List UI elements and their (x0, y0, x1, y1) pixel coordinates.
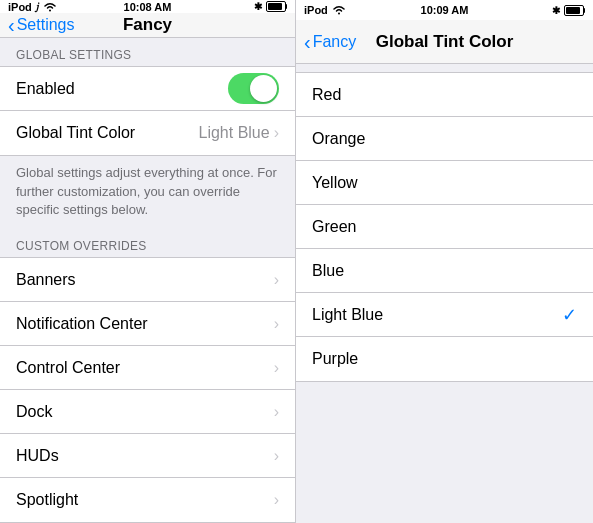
dock-label: Dock (16, 403, 52, 421)
svg-point-1 (338, 13, 340, 15)
custom-overrides-list: Banners › Notification Center › Control … (0, 257, 295, 523)
color-red-label: Red (312, 86, 341, 104)
right-battery-icon (564, 5, 585, 16)
global-tint-color-label: Global Tint Color (16, 124, 135, 142)
banners-chevron-icon: › (274, 271, 279, 289)
global-settings-header: GLOBAL SETTINGS (0, 38, 295, 66)
huds-row[interactable]: HUDs › (0, 434, 295, 478)
global-settings-description: Global settings adjust everything at onc… (0, 156, 295, 229)
dock-chevron-icon: › (274, 403, 279, 421)
color-yellow-row[interactable]: Yellow (296, 161, 593, 205)
global-tint-chevron-icon: › (274, 124, 279, 142)
notification-center-label: Notification Center (16, 315, 148, 333)
color-purple-label: Purple (312, 350, 358, 368)
left-status-bar: iPod 𝑗 10:08 AM ✱ (0, 0, 295, 13)
banners-row[interactable]: Banners › (0, 258, 295, 302)
control-center-row[interactable]: Control Center › (0, 346, 295, 390)
right-back-arrow: ‹ (304, 32, 311, 52)
right-carrier: iPod (304, 4, 328, 16)
notification-center-chevron-icon: › (274, 315, 279, 333)
global-tint-color-value: Light Blue (199, 124, 270, 142)
right-nav-bar: ‹ Fancy Global Tint Color (296, 20, 593, 64)
notification-center-row[interactable]: Notification Center › (0, 302, 295, 346)
enabled-label: Enabled (16, 80, 75, 98)
control-center-label: Control Center (16, 359, 120, 377)
right-status-right: ✱ (552, 5, 585, 16)
global-settings-list: Enabled Global Tint Color Light Blue › (0, 66, 295, 156)
left-back-button[interactable]: ‹ Settings (8, 15, 74, 35)
color-red-row[interactable]: Red (296, 73, 593, 117)
left-status-left: iPod 𝑗 (8, 0, 57, 13)
spotlight-row[interactable]: Spotlight › (0, 478, 295, 522)
color-green-label: Green (312, 218, 356, 236)
right-panel: iPod 10:09 AM ✱ ‹ Fancy Global Tint Colo… (296, 0, 593, 523)
enabled-toggle[interactable] (228, 73, 279, 104)
right-status-bar: iPod 10:09 AM ✱ (296, 0, 593, 20)
left-carrier: iPod (8, 1, 32, 13)
right-nav-title: Global Tint Color (376, 32, 514, 52)
right-back-button[interactable]: ‹ Fancy (304, 32, 356, 52)
control-center-chevron-icon: › (274, 359, 279, 377)
left-back-label: Settings (17, 16, 75, 34)
right-top-space (296, 64, 593, 72)
color-green-row[interactable]: Green (296, 205, 593, 249)
color-orange-row[interactable]: Orange (296, 117, 593, 161)
color-purple-row[interactable]: Purple (296, 337, 593, 381)
huds-chevron-icon: › (274, 447, 279, 465)
color-light-blue-row[interactable]: Light Blue ✓ (296, 293, 593, 337)
right-time: 10:09 AM (421, 4, 469, 16)
spotlight-label: Spotlight (16, 491, 78, 509)
color-orange-label: Orange (312, 130, 365, 148)
left-battery-icon (266, 1, 287, 12)
right-status-left: iPod (304, 4, 346, 16)
left-bluetooth-icon: ✱ (254, 1, 262, 12)
right-bluetooth-icon: ✱ (552, 5, 560, 16)
right-bottom-space (296, 382, 593, 523)
right-wifi-icon (332, 5, 346, 15)
dock-row[interactable]: Dock › (0, 390, 295, 434)
color-list: Red Orange Yellow Green Blue Light Blue … (296, 72, 593, 382)
color-light-blue-label: Light Blue (312, 306, 383, 324)
color-blue-row[interactable]: Blue (296, 249, 593, 293)
global-tint-color-value-group: Light Blue › (199, 124, 280, 142)
global-tint-color-row[interactable]: Global Tint Color Light Blue › (0, 111, 295, 155)
color-blue-label: Blue (312, 262, 344, 280)
left-nav-title: Fancy (123, 15, 172, 35)
left-panel: iPod 𝑗 10:08 AM ✱ ‹ (0, 0, 296, 523)
banners-label: Banners (16, 271, 76, 289)
left-nav-bar: ‹ Settings Fancy (0, 13, 295, 38)
color-yellow-label: Yellow (312, 174, 358, 192)
toggle-knob (250, 75, 277, 102)
left-status-right: ✱ (254, 1, 287, 12)
left-time: 10:08 AM (124, 1, 172, 13)
huds-label: HUDs (16, 447, 59, 465)
right-back-label: Fancy (313, 33, 357, 51)
selected-checkmark-icon: ✓ (562, 304, 577, 326)
spotlight-chevron-icon: › (274, 491, 279, 509)
wifi-icon (43, 2, 57, 12)
svg-point-0 (49, 9, 51, 11)
left-wifi-icon: 𝑗 (36, 0, 39, 13)
custom-overrides-header: CUSTOM OVERRIDES (0, 229, 295, 257)
enabled-row[interactable]: Enabled (0, 67, 295, 111)
left-back-arrow: ‹ (8, 15, 15, 35)
